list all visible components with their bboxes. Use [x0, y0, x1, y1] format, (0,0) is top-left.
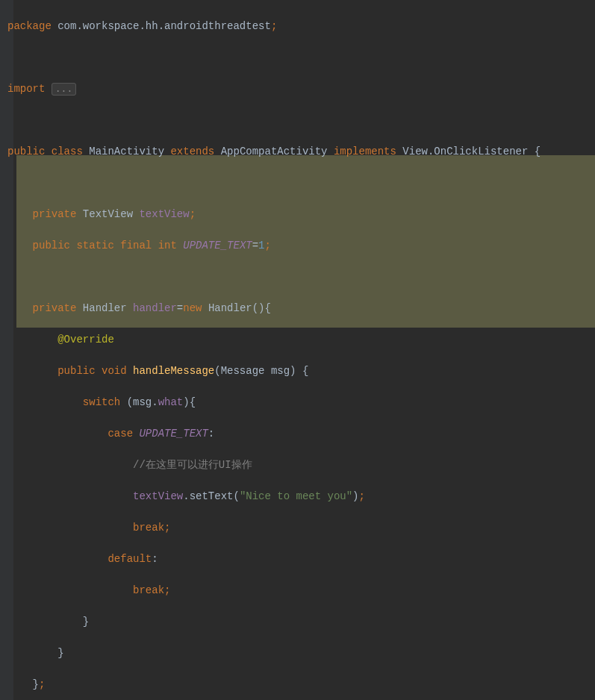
code-line[interactable]: break; — [7, 520, 541, 536]
code-line[interactable]: } — [7, 646, 541, 661]
code-line[interactable]: package com.workspace.hh.androidthreadte… — [7, 19, 541, 34]
code-line[interactable]: public static final int UPDATE_TEXT=1; — [7, 238, 541, 254]
code-line[interactable]: public void handleMessage(Message msg) { — [7, 363, 541, 379]
code-line[interactable]: @Override — [7, 332, 541, 348]
code-line[interactable]: //在这里可以进行UI操作 — [7, 457, 541, 473]
code-line[interactable]: case UPDATE_TEXT: — [7, 426, 541, 442]
code-line[interactable]: break; — [7, 583, 541, 599]
code-editor[interactable]: package com.workspace.hh.androidthreadte… — [7, 3, 541, 700]
folded-imports[interactable]: ... — [52, 83, 76, 96]
code-line[interactable]: import ... — [7, 81, 541, 97]
code-line[interactable]: }; — [7, 677, 541, 693]
code-line[interactable]: public class MainActivity extends AppCom… — [7, 144, 541, 160]
code-line[interactable]: textView.setText("Nice to meet you"); — [7, 489, 541, 504]
code-line[interactable]: private TextView textView; — [7, 207, 541, 222]
code-line[interactable]: private Handler handler=new Handler(){ — [7, 301, 541, 316]
code-line[interactable]: switch (msg.what){ — [7, 395, 541, 410]
code-line[interactable]: } — [7, 614, 541, 630]
code-line[interactable]: default: — [7, 551, 541, 567]
